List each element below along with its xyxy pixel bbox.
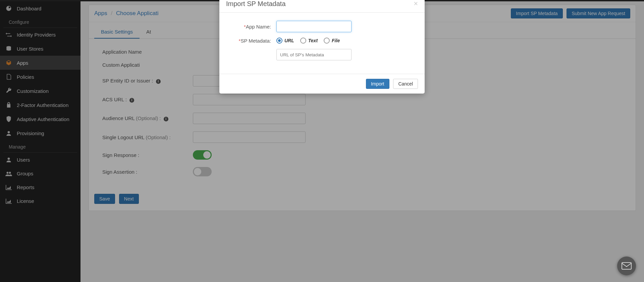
label-app-name: *App Name: bbox=[229, 24, 276, 30]
radio-icon bbox=[300, 38, 306, 44]
radio-icon bbox=[324, 38, 330, 44]
contact-fab[interactable] bbox=[617, 257, 636, 275]
radio-url[interactable]: URL bbox=[276, 38, 294, 44]
cancel-button[interactable]: Cancel bbox=[393, 79, 418, 89]
radio-file[interactable]: File bbox=[324, 38, 340, 44]
import-button[interactable]: Import bbox=[366, 79, 389, 89]
label-sp-metadata: *SP Metadata: bbox=[229, 38, 276, 44]
svg-rect-5 bbox=[622, 263, 631, 269]
input-metadata-url[interactable] bbox=[276, 49, 352, 60]
mail-icon bbox=[622, 262, 632, 270]
import-sp-metadata-modal: Import SP Metadata × *App Name: *SP Meta… bbox=[219, 0, 425, 94]
close-icon[interactable]: × bbox=[414, 0, 418, 7]
modal-title: Import SP Metadata bbox=[226, 0, 286, 8]
input-app-name[interactable] bbox=[276, 21, 352, 32]
radio-text[interactable]: Text bbox=[300, 38, 318, 44]
radio-icon bbox=[276, 38, 282, 44]
